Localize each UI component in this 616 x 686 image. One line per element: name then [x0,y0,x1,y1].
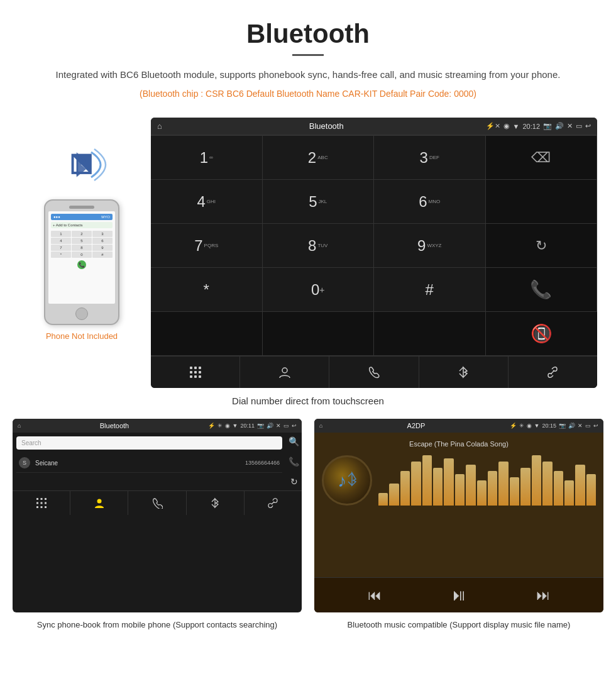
phonebook-item: ⌂ Bluetooth ⚡ ✳ ◉ ▼ 20:11 📷 🔊 ✕ ▭ ↩ Sear… [13,419,302,631]
phone-screen: ●●●MYO + Add to Contacts 1 2 3 4 5 6 7 8… [48,211,115,304]
car-status-icons: ⨯ ◉ ▼ 20:12 📷 🔊 ✕ ▭ ↩ [495,122,591,130]
dial-backspace[interactable]: ⌫ [486,136,598,180]
pb-usb-icon: ⚡ [208,423,215,429]
dial-call-red[interactable]: 📵 [486,312,598,356]
car-phone-btn[interactable] [329,357,419,388]
next-track-btn[interactable]: ⏭ [536,587,550,604]
svg-rect-15 [40,498,42,500]
phone-not-included-label: Phone Not Included [46,331,118,341]
phone-call-button: 📞 [77,260,86,269]
music-usb-icon: ⚡ [510,423,517,429]
dial-key-3[interactable]: 3DEF [374,136,486,180]
car-settings-btn[interactable] [509,357,597,388]
phone-home-button [75,307,88,320]
pb-app-name: Bluetooth [23,422,205,429]
window-icon: ▭ [576,122,582,130]
phone-screen-header: ●●●MYO [51,214,113,220]
play-pause-btn[interactable]: ⏯ [451,585,467,605]
pb-phone-icon[interactable]: 📞 [289,456,299,467]
eq-bar [400,471,410,506]
description-text: Integrated with BC6 Bluetooth module, su… [38,67,578,82]
pb-search-icon[interactable]: 🔍 [289,436,299,446]
phone-keypad: 1 2 3 4 5 6 7 8 9 * 0 # [51,231,113,258]
dial-key-star[interactable]: * [151,268,263,312]
dial-key-1[interactable]: 1∞ [151,136,263,180]
dial-call-green[interactable]: 📞 [486,268,598,312]
eq-bar [466,465,475,506]
bluetooth-signal-icon: ⬔ [53,143,110,187]
svg-point-11 [282,368,287,373]
pb-camera-icon: 📷 [257,423,264,429]
pb-link-icon [267,497,278,509]
dial-key-6[interactable]: 6MNO [374,180,486,224]
phone-contact-row: + Add to Contacts [51,222,113,228]
eq-bar [411,462,421,506]
car-status-bar: ⌂ Bluetooth ⚡ ⨯ ◉ ▼ 20:12 📷 🔊 ✕ ▭ ↩ [151,118,597,135]
pb-signal-icon: ▼ [233,423,238,429]
pb-contact-row[interactable]: S Seicane 13566664466 [16,453,282,473]
dial-empty-4 [374,312,486,356]
car-bluetooth-btn[interactable] [419,357,509,388]
pb-reload-icon[interactable]: ↻ [290,477,298,487]
music-x-icon: ✕ [578,423,583,429]
music-home-icon: ⌂ [319,423,322,429]
dial-key-0[interactable]: 0+ [263,268,375,312]
music-item: ⌂ A2DP ⚡ ✳ ◉ ▼ 20:15 📷 🔊 ✕ ▭ ↩ Escape (T… [314,419,603,631]
music-camera-icon: 📷 [559,423,566,429]
eq-bar [575,465,585,506]
pb-dialpad-btn[interactable] [13,491,70,515]
music-app-name: A2DP [325,422,507,429]
pb-bluetooth-bottom-btn[interactable] [187,491,245,515]
contacts-icon [278,365,292,379]
pb-search-box[interactable]: Search [16,436,282,450]
music-album-art: ♪ [322,455,372,506]
pb-phone-bottom-icon [151,497,163,509]
pb-link-bottom-btn[interactable] [245,491,302,515]
phone-side: ⬔ ●●●MYO + Add to Contacts 1 2 3 4 5 [19,118,145,341]
pb-contacts-active-btn[interactable] [70,491,128,515]
pb-area: Search S Seicane 13566664466 🔍 📞 ↻ [13,433,302,490]
prev-track-btn[interactable]: ⏮ [368,587,382,604]
svg-rect-2 [190,367,192,369]
music-win-icon: ▭ [585,423,591,429]
eq-bar [422,455,432,506]
eq-bar [564,480,574,506]
dial-key-8[interactable]: 8TUV [263,224,375,268]
dial-key-5[interactable]: 5JKL [263,180,375,224]
music-controls: ⏮ ⏯ ⏭ [314,577,603,612]
back-icon: ↩ [585,122,591,130]
svg-rect-8 [190,375,192,378]
music-caption: Bluetooth music compatible (Support disp… [314,619,603,631]
car-contacts-btn[interactable] [240,357,329,388]
dialpad-icon [189,365,202,379]
svg-rect-20 [36,506,38,508]
eq-bar [542,462,552,506]
pb-back-icon: ↩ [292,423,297,429]
close-icon: ✕ [567,122,573,130]
music-status-bar: ⌂ A2DP ⚡ ✳ ◉ ▼ 20:15 📷 🔊 ✕ ▭ ↩ [314,419,603,433]
eq-bar [477,480,487,506]
dial-key-9[interactable]: 9WXYZ [374,224,486,268]
pb-content: Search S Seicane 13566664466 [13,433,286,477]
dial-key-7[interactable]: 7PQRS [151,224,263,268]
eq-bar [554,471,563,506]
svg-rect-9 [194,375,197,378]
pb-time: 20:11 [240,423,255,429]
main-screenshot-area: ⬔ ●●●MYO + Add to Contacts 1 2 3 4 5 [0,118,616,388]
pb-phone-bottom-btn[interactable] [128,491,186,515]
camera-icon: 📷 [543,122,552,130]
pb-location-icon: ◉ [225,423,230,429]
dial-key-2[interactable]: 2ABC [263,136,375,180]
car-dialpad-btn[interactable] [151,357,240,388]
svg-rect-17 [36,502,38,504]
music-vol-icon: 🔊 [568,423,575,429]
music-back-icon: ↩ [593,423,598,429]
phone-key: 7 [51,245,71,251]
phone-key: 8 [72,245,92,251]
dial-reload[interactable]: ↻ [486,224,598,268]
phone-key: 2 [72,231,92,237]
dial-key-4[interactable]: 4GHI [151,180,263,224]
pb-right-icons: 🔍 📞 ↻ [286,433,302,490]
dial-key-hash[interactable]: # [374,268,486,312]
svg-rect-18 [40,502,42,504]
